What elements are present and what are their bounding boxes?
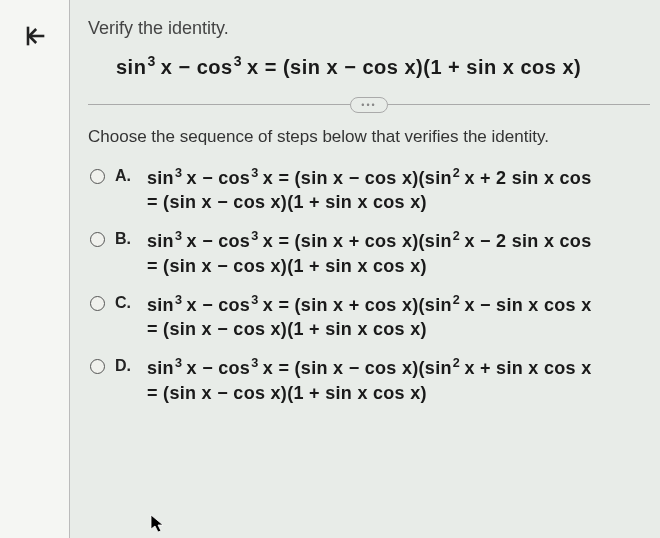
identity-equation: sin3 x − cos3 x = (sin x − cos x)(1 + si… <box>88 53 650 79</box>
subprompt-text: Choose the sequence of steps below that … <box>88 127 650 147</box>
option-body: sin3 x − cos3 x = (sin x − cos x)(sin2 x… <box>147 165 650 215</box>
option-b[interactable]: B. sin3 x − cos3 x = (sin x + cos x)(sin… <box>88 228 650 278</box>
radio-a[interactable] <box>90 169 105 184</box>
option-equation-line2: = (sin x − cos x)(1 + sin x cos x) <box>147 381 650 405</box>
option-equation-line1: sin3 x − cos3 x = (sin x − cos x)(sin2 x… <box>147 165 650 190</box>
radio-b[interactable] <box>90 232 105 247</box>
radio-c[interactable] <box>90 296 105 311</box>
option-label: C. <box>115 292 137 312</box>
option-equation-line1: sin3 x − cos3 x = (sin x + cos x)(sin2 x… <box>147 292 650 317</box>
section-divider: ••• <box>88 97 650 113</box>
option-body: sin3 x − cos3 x = (sin x + cos x)(sin2 x… <box>147 228 650 278</box>
option-label: B. <box>115 228 137 248</box>
option-equation-line1: sin3 x − cos3 x = (sin x + cos x)(sin2 x… <box>147 228 650 253</box>
options-list: A. sin3 x − cos3 x = (sin x − cos x)(sin… <box>88 165 650 405</box>
option-label: D. <box>115 355 137 375</box>
divider-line <box>388 104 650 105</box>
prompt-text: Verify the identity. <box>88 18 650 39</box>
back-button[interactable] <box>17 18 53 54</box>
option-label: A. <box>115 165 137 185</box>
left-rail <box>0 0 70 538</box>
option-body: sin3 x − cos3 x = (sin x − cos x)(sin2 x… <box>147 355 650 405</box>
expand-badge[interactable]: ••• <box>350 97 387 113</box>
option-equation-line1: sin3 x − cos3 x = (sin x − cos x)(sin2 x… <box>147 355 650 380</box>
cursor-icon <box>150 514 166 534</box>
option-equation-line2: = (sin x − cos x)(1 + sin x cos x) <box>147 317 650 341</box>
arrow-left-bar-icon <box>21 22 49 50</box>
option-c[interactable]: C. sin3 x − cos3 x = (sin x + cos x)(sin… <box>88 292 650 342</box>
option-a[interactable]: A. sin3 x − cos3 x = (sin x − cos x)(sin… <box>88 165 650 215</box>
option-equation-line2: = (sin x − cos x)(1 + sin x cos x) <box>147 254 650 278</box>
content-area: Verify the identity. sin3 x − cos3 x = (… <box>70 0 660 538</box>
option-equation-line2: = (sin x − cos x)(1 + sin x cos x) <box>147 190 650 214</box>
radio-d[interactable] <box>90 359 105 374</box>
option-body: sin3 x − cos3 x = (sin x + cos x)(sin2 x… <box>147 292 650 342</box>
divider-line <box>88 104 350 105</box>
option-d[interactable]: D. sin3 x − cos3 x = (sin x − cos x)(sin… <box>88 355 650 405</box>
